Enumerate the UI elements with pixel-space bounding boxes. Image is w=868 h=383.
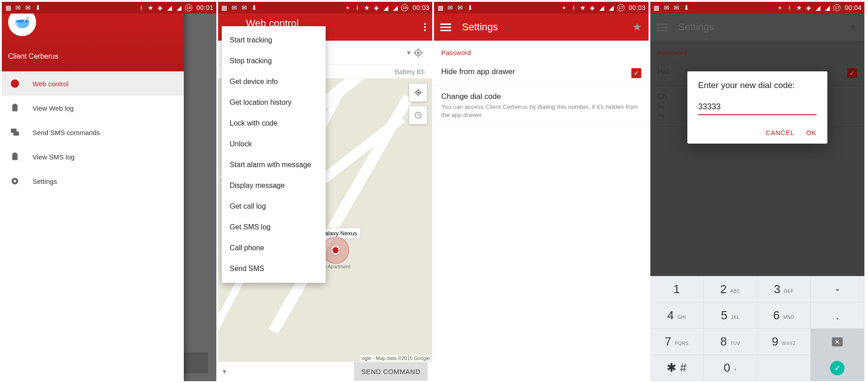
key-sublabel: ABC — [730, 289, 740, 294]
star-icon[interactable]: ★ — [632, 21, 642, 33]
drawer-item-label: Settings — [33, 177, 57, 185]
pref-change-dial-code[interactable]: Change dial code You can access Client C… — [434, 86, 649, 127]
dropdown-icon[interactable]: ▾ — [223, 367, 226, 376]
pref-hide-from-drawer[interactable]: Hide from app drawer ✓ — [434, 61, 649, 86]
locate-icon[interactable] — [411, 45, 426, 61]
dialog-title: Enter your new dial code: — [698, 80, 817, 90]
ok-button[interactable]: OK — [806, 129, 817, 136]
msg-icon: ✉ — [241, 4, 248, 11]
menu-item-lock-with-code[interactable]: Lock with code — [222, 113, 326, 134]
bluetooth-icon: ᚼ — [138, 4, 145, 11]
menu-item-get-sms-log[interactable]: Get SMS log — [222, 217, 326, 238]
key-digit: 4 — [667, 308, 673, 322]
image-icon: ▦ — [5, 4, 12, 11]
key-digit: 1 — [673, 282, 680, 296]
clock: 00:04 — [845, 4, 862, 11]
map-attribution: ogle - Map data ©2015 Google — [360, 355, 431, 361]
key-digit: . — [836, 308, 839, 322]
key-digit: 5 — [721, 308, 727, 322]
globe-icon — [10, 79, 20, 89]
hamburger-icon[interactable] — [440, 23, 451, 31]
wifi-icon: ◢ — [598, 4, 606, 11]
key-sublabel: WXYZ — [782, 341, 796, 346]
drawer-item-settings[interactable]: Settings — [2, 169, 184, 193]
drawer-item-send-sms-commands[interactable]: Send SMS commands — [2, 120, 184, 145]
key-done[interactable]: ✓ — [811, 355, 864, 381]
key-5[interactable]: 5JKL — [704, 303, 757, 329]
key-sym[interactable]: . — [811, 303, 864, 329]
svg-rect-4 — [13, 131, 19, 135]
key-2[interactable]: 2ABC — [704, 276, 757, 303]
signal-icon: ◢ — [176, 4, 183, 11]
shield-icon: ◈ — [805, 4, 812, 11]
mail-icon: ✉ — [663, 4, 670, 11]
key-digit: 6 — [773, 308, 779, 322]
overflow-menu-icon[interactable] — [424, 23, 426, 31]
drawer-item-web-control[interactable]: Web control — [2, 71, 184, 96]
key-backspace[interactable]: ✕ — [811, 329, 864, 355]
msg-icon: ✉ — [24, 4, 32, 11]
key-6[interactable]: 6MNO — [757, 303, 811, 329]
msg-icon: ✉ — [673, 4, 680, 11]
signal-icon: ◢ — [608, 4, 615, 11]
send-command-button[interactable]: SEND COMMAND — [354, 362, 428, 381]
drawer-title: Client Cerberus — [8, 52, 177, 61]
key-9[interactable]: 9WXYZ — [757, 329, 811, 355]
battery-badge: 17 — [617, 4, 625, 11]
menu-item-unlock[interactable]: Unlock — [222, 134, 326, 154]
key-sublabel: PQRS — [675, 341, 688, 346]
menu-item-start-alarm-with-message[interactable]: Start alarm with message — [222, 154, 326, 175]
key-1[interactable]: 1 — [650, 276, 704, 303]
svg-point-16 — [417, 92, 419, 93]
screen-2-webcontrol: ▦ ✉ ✉ ⬇ ⌖ ᚼ ★ ◈ ◢ ◢ 18 00:03 Web control… — [218, 2, 434, 381]
image-icon: ▦ — [437, 4, 444, 11]
key-sublabel: + — [734, 367, 737, 372]
check-icon: ✓ — [830, 361, 845, 375]
key-symsymsym[interactable]: ✱ # — [650, 355, 704, 381]
map-locate-button[interactable] — [409, 83, 428, 102]
menu-item-call-phone[interactable]: Call phone — [222, 238, 326, 258]
key-0[interactable]: 0+ — [704, 355, 757, 381]
key-sublabel: GHI — [677, 315, 686, 320]
screen-3-settings: ▦ ✉ ✉ ⬇ ⌖ ᚼ ★ ◈ ◢ ◢ 17 00:03 Settings ★ … — [434, 2, 650, 381]
key-8[interactable]: 8TUV — [704, 329, 757, 355]
dial-code-input[interactable] — [698, 100, 817, 115]
image-icon: ▦ — [221, 4, 228, 11]
menu-item-get-call-log[interactable]: Get call log — [222, 196, 326, 217]
checkbox-checked-icon[interactable]: ✓ — [631, 68, 641, 78]
key-sublabel: MNO — [783, 315, 794, 320]
bluetooth-icon: ᚼ — [354, 4, 361, 11]
bluetooth-icon: ᚼ — [570, 4, 577, 11]
cancel-button[interactable]: CANCEL — [765, 129, 794, 136]
svg-rect-5 — [12, 154, 18, 160]
download-icon: ⬇ — [683, 4, 690, 11]
menu-item-stop-tracking[interactable]: Stop tracking — [222, 51, 326, 71]
section-password: Password — [434, 41, 649, 61]
status-bar: ▦ ✉ ✉ ⬇ ⌖ ᚼ ★ ◈ ◢ ◢ 18 00:03 — [218, 2, 433, 14]
menu-item-send-sms[interactable]: Send SMS — [222, 258, 326, 279]
key-sym[interactable]: - — [811, 276, 864, 303]
map-marker[interactable] — [322, 237, 349, 264]
svg-rect-6 — [14, 153, 17, 154]
drawer-item-label: Web control — [33, 80, 69, 88]
key-digit: 9 — [772, 335, 778, 349]
shield-icon: ◈ — [373, 4, 380, 11]
key-7[interactable]: 7PQRS — [650, 329, 704, 355]
menu-item-start-tracking[interactable]: Start tracking — [222, 30, 326, 51]
menu-item-get-location-history[interactable]: Get location history — [222, 92, 326, 113]
menu-item-get-device-info[interactable]: Get device info — [222, 71, 326, 92]
dropdown-icon: ▾ — [407, 48, 411, 57]
pref-title: Hide from app drawer — [441, 67, 625, 76]
msg-icon: ✉ — [457, 4, 464, 11]
menu-item-display-message[interactable]: Display message — [222, 175, 326, 196]
download-icon: ⬇ — [467, 4, 474, 11]
svg-point-8 — [14, 180, 16, 182]
app-bar: Settings ★ — [434, 14, 649, 41]
key-4[interactable]: 4GHI — [650, 303, 704, 329]
key-3[interactable]: 3DEF — [757, 276, 811, 303]
drawer-item-view-sms-log[interactable]: View SMS log — [2, 145, 184, 169]
drawer-item-view-web-log[interactable]: View Web log — [2, 96, 184, 120]
key-sublabel: JKL — [731, 315, 740, 320]
mail-icon: ✉ — [231, 4, 238, 11]
map-history-button[interactable] — [409, 106, 428, 125]
